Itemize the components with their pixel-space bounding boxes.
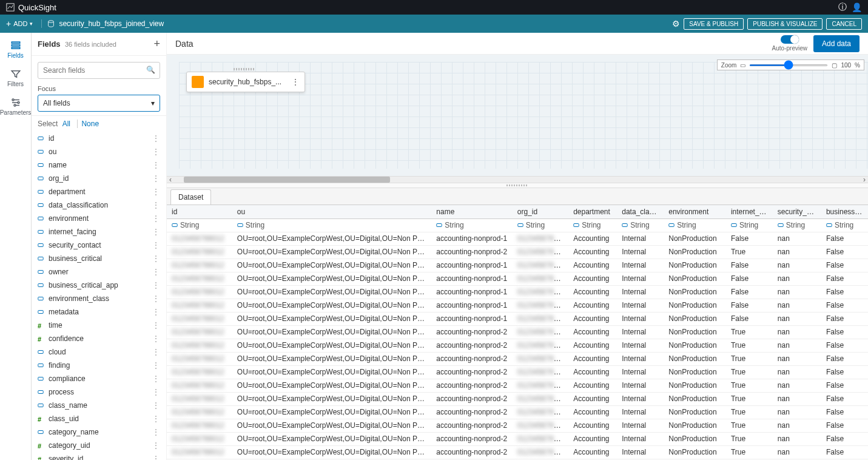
column-header[interactable]: name (431, 205, 512, 218)
field-more-icon[interactable]: ⋮ (152, 454, 160, 460)
column-header[interactable]: org_id (513, 205, 568, 218)
select-none[interactable]: None (77, 120, 99, 128)
field-item[interactable]: process⋮ (32, 385, 166, 399)
column-header[interactable]: security_co... (773, 205, 821, 218)
field-more-icon[interactable]: ⋮ (152, 414, 160, 424)
field-more-icon[interactable]: ⋮ (152, 387, 160, 397)
table-row[interactable]: 0123456789012OU=root,OU=ExampleCorpWest,… (167, 259, 868, 272)
field-item[interactable]: environment⋮ (32, 212, 166, 225)
dataset-node[interactable]: security_hub_fsbps_... ⋮ (186, 72, 305, 92)
table-row[interactable]: 0123456789012OU=root,OU=ExampleCorpWest,… (167, 232, 868, 245)
field-item[interactable]: #class_uid⋮ (32, 412, 166, 425)
nav-filters[interactable]: Filters (0, 66, 31, 90)
field-item[interactable]: finding⋮ (32, 359, 166, 372)
nav-fields[interactable]: Fields (0, 38, 31, 61)
field-more-icon[interactable]: ⋮ (152, 147, 160, 157)
search-icon[interactable]: 🔍 (146, 66, 155, 74)
field-more-icon[interactable]: ⋮ (152, 134, 160, 143)
nav-parameters[interactable]: Parameters (0, 95, 31, 118)
canvas-hscroll[interactable]: ‹ › (167, 176, 868, 183)
table-row[interactable]: 0123456789012OU=root,OU=ExampleCorpWest,… (167, 272, 868, 285)
field-more-icon[interactable]: ⋮ (152, 374, 160, 384)
search-input[interactable] (38, 62, 160, 79)
field-item[interactable]: business_critical_app⋮ (32, 279, 166, 292)
field-item[interactable]: internet_facing⋮ (32, 225, 166, 238)
help-icon[interactable]: ⓘ (838, 2, 847, 13)
field-item[interactable]: environment_class⋮ (32, 292, 166, 305)
field-item[interactable]: #category_uid⋮ (32, 439, 166, 452)
field-item[interactable]: business_critical⋮ (32, 252, 166, 265)
zoom-slider[interactable] (749, 64, 828, 66)
field-item[interactable]: security_contact⋮ (32, 238, 166, 252)
table-row[interactable]: 0123456789012OU=root,OU=ExampleCorpWest,… (167, 379, 868, 392)
focus-select[interactable]: All fields ▾ (38, 95, 160, 112)
node-menu-icon[interactable]: ⋮ (291, 77, 300, 87)
field-item[interactable]: id⋮ (32, 132, 166, 145)
column-header[interactable]: environment (664, 205, 726, 218)
table-row[interactable]: 0123456789012OU=root,OU=ExampleCorpWest,… (167, 365, 868, 379)
table-row[interactable]: 0123456789012OU=root,OU=ExampleCorpWest,… (167, 299, 868, 312)
field-item[interactable]: class_name⋮ (32, 399, 166, 412)
field-more-icon[interactable]: ⋮ (152, 254, 160, 263)
field-item[interactable]: compliance⋮ (32, 372, 166, 385)
table-row[interactable]: 0123456789012OU=root,OU=ExampleCorpWest,… (167, 285, 868, 299)
field-item[interactable]: category_name⋮ (32, 425, 166, 439)
save-publish-button[interactable]: SAVE & PUBLISH (684, 18, 744, 30)
data-grid[interactable]: idounameorg_iddepartmentdata_classi...en… (167, 205, 868, 460)
select-all[interactable]: All (62, 120, 70, 128)
field-more-icon[interactable]: ⋮ (152, 320, 160, 330)
table-row[interactable]: 0123456789012OU=root,OU=ExampleCorpWest,… (167, 245, 868, 259)
field-item[interactable]: data_classification⋮ (32, 198, 166, 212)
user-icon[interactable]: 👤 (852, 2, 862, 12)
table-row[interactable]: 0123456789012OU=root,OU=ExampleCorpWest,… (167, 339, 868, 352)
table-row[interactable]: 0123456789012OU=root,OU=ExampleCorpWest,… (167, 352, 868, 365)
field-more-icon[interactable]: ⋮ (152, 280, 160, 290)
column-header[interactable]: internet_fa... (726, 205, 773, 218)
field-item[interactable]: cloud⋮ (32, 345, 166, 359)
column-header[interactable]: ou (232, 205, 432, 218)
field-item[interactable]: org_id⋮ (32, 172, 166, 185)
field-item[interactable]: ou⋮ (32, 145, 166, 158)
field-item[interactable]: metadata⋮ (32, 305, 166, 319)
cancel-button[interactable]: CANCEL (826, 18, 862, 30)
table-row[interactable]: 0123456789012OU=root,OU=ExampleCorpWest,… (167, 312, 868, 325)
field-more-icon[interactable]: ⋮ (152, 294, 160, 303)
zoom-control[interactable]: Zoom ▭ ▢ 100% (717, 59, 864, 70)
column-header[interactable]: department (568, 205, 617, 218)
field-more-icon[interactable]: ⋮ (152, 227, 160, 237)
field-more-icon[interactable]: ⋮ (152, 174, 160, 183)
zoom-fit-icon[interactable]: ▭ (740, 62, 745, 69)
node-drag-handle[interactable] (234, 68, 255, 70)
field-more-icon[interactable]: ⋮ (152, 160, 160, 170)
zoom-100-icon[interactable]: ▢ (832, 62, 837, 69)
field-more-icon[interactable]: ⋮ (152, 347, 160, 357)
field-more-icon[interactable]: ⋮ (152, 441, 160, 450)
settings-icon[interactable]: ⚙ (672, 19, 680, 29)
canvas[interactable]: Zoom ▭ ▢ 100% security_hub_fsbps_... ⋮ (167, 55, 868, 176)
field-more-icon[interactable]: ⋮ (152, 240, 160, 250)
field-more-icon[interactable]: ⋮ (152, 334, 160, 343)
field-more-icon[interactable]: ⋮ (152, 187, 160, 197)
field-item[interactable]: #confidence⋮ (32, 332, 166, 345)
table-row[interactable]: 0123456789012OU=root,OU=ExampleCorpWest,… (167, 392, 868, 405)
column-header[interactable]: business_c... (821, 205, 868, 218)
field-item[interactable]: name⋮ (32, 158, 166, 172)
dataset-name[interactable]: security_hub_fsbps_joined_view (41, 19, 164, 28)
field-more-icon[interactable]: ⋮ (152, 401, 160, 410)
field-more-icon[interactable]: ⋮ (152, 307, 160, 317)
field-more-icon[interactable]: ⋮ (152, 427, 160, 437)
field-item[interactable]: #time⋮ (32, 319, 166, 332)
table-row[interactable]: 0123456789012OU=root,OU=ExampleCorpWest,… (167, 419, 868, 432)
field-item[interactable]: #severity_id⋮ (32, 452, 166, 460)
field-more-icon[interactable]: ⋮ (152, 214, 160, 223)
table-row[interactable]: 0123456789012OU=root,OU=ExampleCorpWest,… (167, 445, 868, 459)
field-item[interactable]: department⋮ (32, 185, 166, 198)
add-field-button[interactable]: + (153, 38, 160, 50)
tab-dataset[interactable]: Dataset (170, 189, 211, 205)
publish-visualize-button[interactable]: PUBLISH & VISUALIZE (747, 18, 823, 30)
auto-preview-toggle[interactable] (781, 35, 799, 44)
column-header[interactable]: id (167, 205, 232, 218)
field-more-icon[interactable]: ⋮ (152, 267, 160, 277)
field-list[interactable]: id⋮ou⋮name⋮org_id⋮department⋮data_classi… (32, 132, 166, 460)
table-row[interactable]: 0123456789012OU=root,OU=ExampleCorpWest,… (167, 405, 868, 419)
